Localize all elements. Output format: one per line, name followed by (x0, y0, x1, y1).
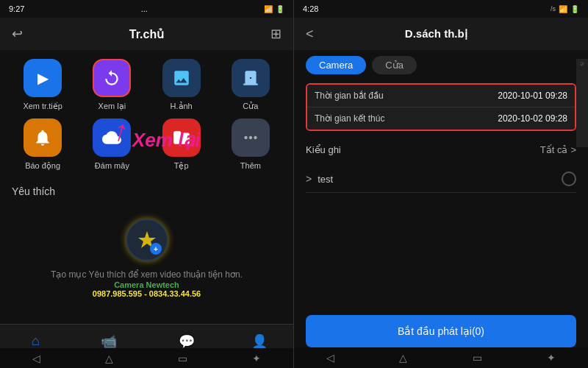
menu-item-tep[interactable]: Tệp (151, 118, 212, 171)
them-label: Thêm (240, 161, 261, 170)
left-phone-controls: ◁ △ ▭ ✦ (0, 348, 293, 368)
xem-lai-icon-wrap (93, 59, 131, 97)
photo-icon (172, 68, 191, 88)
right-status-icons: /s 📶🔋 (551, 5, 579, 13)
menu-item-cua[interactable]: Cửa (220, 59, 282, 111)
right-status-bar: 4:28 /s 📶🔋 (294, 0, 588, 18)
home-button[interactable]: △ (105, 353, 113, 364)
tep-icon-wrap (162, 118, 201, 157)
speed-text: /s (580, 62, 585, 66)
device-item-radio[interactable] (562, 171, 576, 186)
r-back-button[interactable]: ◁ (326, 352, 334, 364)
record-type-value: Tất cả > (540, 144, 576, 155)
right-time: 4:28 (303, 4, 318, 13)
start-time-value: 2020-10-01 09:28 (498, 91, 567, 101)
right-title: D.sách th.bị (405, 27, 467, 40)
left-time: 9:27 (9, 4, 24, 13)
left-back-icon[interactable]: ↩ (12, 26, 23, 42)
menu-item-xem-lai[interactable]: Xem lại (81, 59, 143, 111)
device-list: > test (294, 163, 588, 196)
xem-tiep-icon-wrap: ▶ (24, 59, 62, 97)
menu-item-them[interactable]: Thêm (220, 118, 282, 171)
left-status-bar: 9:27 ... 📶🔋 (0, 0, 293, 18)
menu-item-xem-tiep[interactable]: ▶ Xem tr.tiếp (12, 59, 74, 111)
left-grid-icon[interactable]: ⊞ (270, 26, 282, 42)
left-title: Tr.chủ (129, 27, 164, 41)
menu-item-hinh-anh[interactable]: H.ảnh (151, 59, 212, 111)
cua-icon-wrap (232, 59, 270, 97)
cua-left-label: Cửa (243, 102, 258, 111)
message-icon: 💬 (179, 333, 195, 350)
device-item-name: test (318, 174, 556, 185)
tab-cua[interactable]: Cửa (372, 56, 417, 74)
start-time-row: Thời gian bắt đầu 2020-10-01 09:28 (307, 85, 575, 107)
bao-dong-label: Báo động (25, 161, 60, 171)
device-icon: 📹 (101, 333, 117, 350)
bell-icon (33, 128, 52, 147)
tab-camera[interactable]: Camera (306, 56, 366, 74)
right-phone-controls: ◁ △ ▭ ✦ (294, 347, 588, 368)
end-time-row: Thời gian kết thúc 2020-10-02 09:28 (307, 107, 575, 130)
device-item-test[interactable]: > test (306, 166, 576, 193)
favorites-title: Yêu thích (0, 180, 293, 203)
speed-indicator: /s (576, 59, 588, 147)
menu-item-bao-dong[interactable]: Báo động (12, 118, 74, 171)
device-item-arrow: > (306, 173, 312, 185)
left-phone: 9:27 ... 📶🔋 ↩ Tr.chủ ⊞ ▶ Xem tr.tiếp Xem… (0, 0, 294, 368)
playback-button[interactable]: Bắt đầu phát lại(0) (306, 315, 576, 347)
folder-icon (172, 128, 191, 147)
xem-lai-label: Xem lại (98, 102, 126, 111)
them-icon-wrap (232, 118, 270, 157)
left-status-dots: ... (141, 4, 148, 13)
record-type-row[interactable]: Kiểu ghi Tất cả > (294, 137, 588, 163)
r-assist-button[interactable]: ✦ (547, 352, 556, 364)
dam-may-icon-wrap (93, 118, 131, 157)
right-phone: 4:28 /s 📶🔋 < D.sách th.bị Camera Cửa Thờ… (294, 0, 588, 368)
record-type-chevron: > (570, 144, 576, 155)
hinh-anh-label: H.ảnh (171, 102, 193, 111)
hinh-anh-icon-wrap (162, 59, 201, 97)
assist-button[interactable]: ✦ (252, 353, 261, 364)
watermark-brand: Camera Newtech (93, 280, 201, 289)
watermark-phone: 0987.985.595 - 0834.33.44.56 (93, 289, 201, 298)
tep-label: Tệp (174, 161, 189, 171)
right-back-icon[interactable]: < (306, 26, 314, 42)
bao-dong-icon-wrap (24, 118, 62, 157)
r-home-button[interactable]: △ (399, 352, 407, 364)
recents-button[interactable]: ▭ (178, 353, 187, 364)
left-top-nav: ↩ Tr.chủ ⊞ (0, 18, 293, 50)
favorites-description: Tạo mục Yêu thích để xem video thuận tiệ… (51, 268, 243, 281)
watermark: Camera Newtech 0987.985.595 - 0834.33.44… (93, 280, 201, 298)
right-top-nav: < D.sách th.bị (294, 18, 588, 50)
profile-icon: 👤 (251, 333, 268, 350)
menu-item-dam-may[interactable]: Đám mây (81, 118, 143, 171)
start-time-label: Thời gian bắt đầu (315, 91, 498, 101)
tab-row: Camera Cửa (294, 50, 588, 80)
svg-text:+: + (154, 245, 158, 253)
back-button[interactable]: ◁ (32, 353, 40, 364)
favorites-empty: + Tạo mục Yêu thích để xem video thuận t… (0, 203, 293, 287)
dam-may-label: Đám mây (95, 161, 129, 170)
replay-icon (102, 68, 121, 88)
r-recents-button[interactable]: ▭ (473, 352, 482, 364)
favorites-star-icon: + (125, 218, 169, 262)
left-menu-grid: ▶ Xem tr.tiếp Xem lại H.ảnh (0, 50, 293, 180)
left-status-icons: 📶🔋 (264, 5, 284, 13)
time-section: Thời gian bắt đầu 2020-10-01 09:28 Thời … (306, 83, 576, 131)
home-icon: ⌂ (32, 333, 40, 349)
xem-tiep-label: Xem tr.tiếp (23, 102, 62, 111)
cloud-icon (102, 128, 121, 147)
more-icon (241, 128, 260, 147)
end-time-value: 2020-10-02 09:28 (498, 113, 567, 124)
playback-button-container: Bắt đầu phát lại(0) (306, 315, 576, 347)
end-time-label: Thời gian kết thúc (315, 113, 498, 124)
door-icon (241, 68, 260, 88)
record-type-label: Kiểu ghi (306, 144, 341, 155)
